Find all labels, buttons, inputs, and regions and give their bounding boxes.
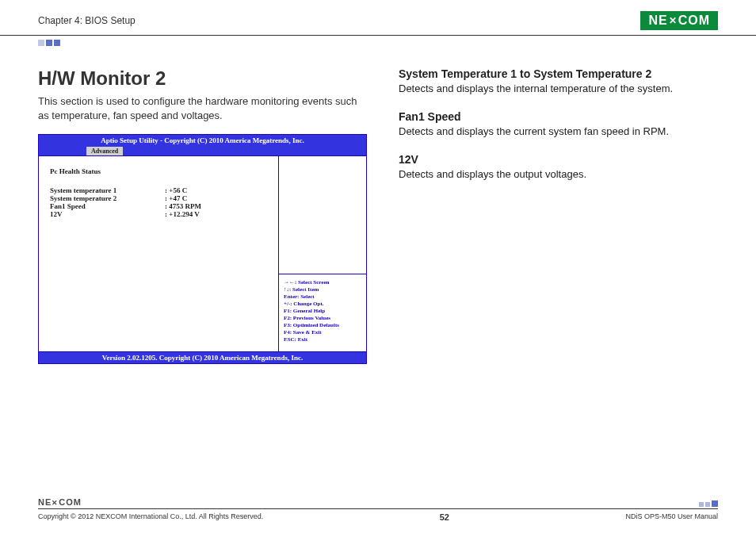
bios-section-title: Pc Health Status — [50, 167, 270, 175]
help-line: F2: Previous Values — [284, 315, 361, 322]
decor-icon — [38, 40, 60, 46]
bios-row: Fan1 Speed : 4753 RPM — [50, 202, 270, 210]
content-area: H/W Monitor 2 This section is used to co… — [0, 36, 756, 364]
section-heading: 12V — [399, 153, 718, 166]
bios-value: : +12.294 V — [165, 210, 200, 218]
bios-value: : 4753 RPM — [165, 202, 201, 210]
help-line: +/-: Change Opt. — [284, 301, 361, 308]
section-heading: System Temperature 1 to System Temperatu… — [399, 67, 718, 80]
help-line: ESC: Exit — [284, 336, 361, 343]
right-column: System Temperature 1 to System Temperatu… — [399, 67, 718, 364]
footer-decor-icon — [699, 500, 718, 507]
bios-value: : +56 C — [165, 186, 187, 194]
bios-help-keys: →←: Select Screen ↑↓: Select Item Enter:… — [279, 274, 366, 352]
bios-screenshot: Aptio Setup Utility - Copyright (C) 2010… — [38, 134, 367, 364]
page-title: H/W Monitor 2 — [38, 67, 367, 90]
bios-body: Pc Health Status System temperature 1 : … — [39, 155, 366, 352]
page-footer: NE✕COM Copyright © 2012 NEXCOM Internati… — [0, 497, 756, 533]
footer-top-row: NE✕COM — [38, 497, 718, 509]
page-header: Chapter 4: BIOS Setup NE✕COM — [0, 0, 756, 36]
bios-label: Fan1 Speed — [50, 202, 165, 210]
copyright-text: Copyright © 2012 NEXCOM International Co… — [38, 512, 263, 522]
bios-row: 12V : +12.294 V — [50, 210, 270, 218]
bios-label: 12V — [50, 210, 165, 218]
bios-header: Aptio Setup Utility - Copyright (C) 2010… — [39, 135, 366, 146]
section-heading: Fan1 Speed — [399, 110, 718, 123]
bios-label: System temperature 1 — [50, 186, 165, 194]
help-line: F3: Optimized Defaults — [284, 322, 361, 329]
bios-tabbar: Advanced — [39, 146, 366, 155]
page-number: 52 — [440, 512, 449, 522]
bios-row: System temperature 1 : +56 C — [50, 186, 270, 194]
manual-name: NDiS OPS-M50 User Manual — [625, 512, 718, 522]
intro-text: This section is used to configure the ha… — [38, 94, 367, 123]
bios-tab-advanced: Advanced — [86, 147, 123, 155]
footer-bottom-row: Copyright © 2012 NEXCOM International Co… — [38, 509, 718, 522]
left-column: H/W Monitor 2 This section is used to co… — [38, 67, 367, 364]
bios-side-panel: →←: Select Screen ↑↓: Select Item Enter:… — [279, 156, 366, 351]
bios-value: : +47 C — [165, 194, 187, 202]
x-icon: ✕ — [669, 15, 678, 26]
help-line: F1: General Help — [284, 308, 361, 315]
help-line: →←: Select Screen — [284, 279, 361, 286]
help-line: F4: Save & Exit — [284, 329, 361, 336]
bios-footer: Version 2.02.1205. Copyright (C) 2010 Am… — [39, 352, 366, 363]
section-text: Detects and displays the current system … — [399, 125, 718, 139]
bios-main-panel: Pc Health Status System temperature 1 : … — [39, 156, 279, 351]
footer-brand: NE✕COM — [38, 497, 82, 507]
section-text: Detects and displays the output voltages… — [399, 167, 718, 182]
chapter-label: Chapter 4: BIOS Setup — [38, 15, 136, 26]
help-line: Enter: Select — [284, 293, 361, 301]
bios-row: System temperature 2 : +47 C — [50, 194, 270, 202]
section-text: Detects and displays the internal temper… — [399, 82, 718, 96]
bios-label: System temperature 2 — [50, 194, 165, 202]
help-line: ↑↓: Select Item — [284, 286, 361, 293]
brand-logo: NE✕COM — [640, 11, 718, 30]
